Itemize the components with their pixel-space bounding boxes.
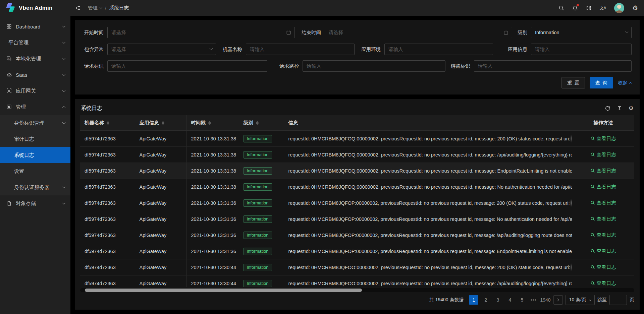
end-time-input[interactable] <box>325 27 512 38</box>
app-root: Vben Admin Dashboard 平台管理 A 本地化管理 Saas 应… <box>0 0 644 314</box>
search-icon <box>590 136 595 141</box>
sort-carets[interactable] <box>107 121 109 125</box>
app-info-input[interactable] <box>531 44 632 55</box>
cell-message: requestId: 0HMCRBM8JQFOQ:00000002, previ… <box>284 179 572 195</box>
level-select[interactable]: Information <box>531 27 632 38</box>
app-logo[interactable]: Vben Admin <box>0 0 70 16</box>
localization-icon: A <box>6 56 12 62</box>
svg-text:A: A <box>8 57 9 60</box>
view-log-link[interactable]: 查看日志 <box>590 200 616 206</box>
sidebar-item-localization-management[interactable]: A 本地化管理 <box>0 51 70 67</box>
column-header-message: 信息 <box>284 115 572 131</box>
search-icon <box>590 216 595 221</box>
page-button-2[interactable]: 2 <box>481 295 490 305</box>
view-log-link[interactable]: 查看日志 <box>590 232 616 238</box>
sort-carets[interactable] <box>162 121 164 125</box>
view-log-link[interactable]: 查看日志 <box>590 216 616 222</box>
view-log-link[interactable]: 查看日志 <box>590 135 616 142</box>
avatar[interactable] <box>614 3 624 13</box>
cell-timestamp: 2021-10-30 13:31:38 <box>186 179 239 195</box>
chevron-right-icon <box>556 299 558 301</box>
sidebar-item-dashboard[interactable]: Dashboard <box>0 18 70 35</box>
view-log-link[interactable]: 查看日志 <box>590 248 616 254</box>
filter-panel: 开始时间 结束时间 <box>75 20 640 95</box>
sidebar-item-settings[interactable]: 设置 <box>0 163 70 179</box>
sidebar-item-audit-log[interactable]: 审计日志 <box>0 131 70 147</box>
page-list: 12345•••1940 <box>469 295 550 305</box>
page-ellipsis[interactable]: ••• <box>529 297 537 303</box>
page-button-1[interactable]: 1 <box>469 295 478 305</box>
chevron-down-icon <box>626 32 628 34</box>
table-wrap: 机器名称应用信息时间戳级别信息操作方法 df5974d72363 ApiGate… <box>80 115 634 287</box>
page-jump-input[interactable] <box>609 295 627 305</box>
machine-name-input[interactable] <box>246 44 355 55</box>
sidebar-item-app-gateway[interactable]: 应用网关 <box>0 83 70 99</box>
cell-app-info: ApiGateWay <box>135 243 186 259</box>
page-button-5[interactable]: 5 <box>517 295 527 305</box>
start-time-input[interactable] <box>107 27 295 38</box>
table-row: df5974d72363 ApiGateWay 2021-10-30 13:31… <box>80 147 634 163</box>
horizontal-scrollbar[interactable] <box>80 288 634 292</box>
cell-timestamp: 2021-10-30 13:31:38 <box>186 163 239 179</box>
sidebar-item-platform-management[interactable]: 平台管理 <box>0 35 70 51</box>
translate-icon[interactable]: 文A <box>599 6 606 10</box>
settings-gear-icon[interactable]: ⚙ <box>632 5 638 11</box>
search-icon <box>590 168 595 173</box>
view-log-link[interactable]: 查看日志 <box>590 151 616 158</box>
cell-actions: 查看日志 <box>572 275 634 288</box>
next-page-button[interactable] <box>553 295 563 305</box>
sidebar-item-management[interactable]: 管理 <box>0 99 70 115</box>
collapse-link[interactable]: 收起 <box>618 80 632 86</box>
include-exception-select[interactable] <box>107 44 216 55</box>
sidebar-item-identity-management[interactable]: 身份标识管理 <box>0 115 70 131</box>
view-log-link[interactable]: 查看日志 <box>590 168 616 174</box>
cell-machine-name: df5974d72363 <box>80 163 135 179</box>
page-size-select[interactable]: 10 条/页 <box>566 295 595 305</box>
reset-button[interactable]: 重置 <box>561 77 585 88</box>
view-log-link[interactable]: 查看日志 <box>590 184 616 190</box>
refresh-icon[interactable] <box>605 106 610 111</box>
column-header-level[interactable]: 级别 <box>239 115 284 131</box>
column-header-timestamp[interactable]: 时间戳 <box>186 115 239 131</box>
management-icon <box>6 104 12 110</box>
sidebar-item-system-log[interactable]: 系统日志 <box>0 147 70 163</box>
column-header-app_info[interactable]: 应用信息 <box>135 115 186 131</box>
field-start-time: 开始时间 <box>83 27 295 38</box>
breadcrumb-page: 系统日志 <box>109 5 129 11</box>
table-row: df5974d72363 ApiGateWay 2021-10-30 13:31… <box>80 195 634 211</box>
cell-level: Information <box>239 259 284 275</box>
sort-carets[interactable] <box>208 121 211 125</box>
query-button[interactable]: 查询 <box>590 77 613 88</box>
app-env-input[interactable] <box>384 44 493 55</box>
chevron-down-icon <box>210 48 212 51</box>
menu-fold-icon[interactable] <box>75 5 81 11</box>
view-log-link[interactable]: 查看日志 <box>590 280 616 287</box>
search-icon[interactable] <box>558 5 564 11</box>
fullscreen-icon[interactable] <box>586 5 591 11</box>
calendar-icon <box>286 30 291 35</box>
breadcrumb-section[interactable]: 管理 <box>88 5 102 11</box>
column-header-machine[interactable]: 机器名称 <box>80 115 135 131</box>
request-id-input[interactable] <box>107 60 267 72</box>
cell-machine-name: df5974d72363 <box>80 131 135 147</box>
column-height-icon[interactable] <box>617 106 622 111</box>
trace-id-input[interactable] <box>474 60 632 72</box>
sidebar-item-object-storage[interactable]: 对象存储 <box>0 195 70 211</box>
page-button-4[interactable]: 4 <box>505 295 515 305</box>
chevron-down-icon <box>100 6 102 9</box>
view-log-link[interactable]: 查看日志 <box>590 264 616 270</box>
page-button-3[interactable]: 3 <box>493 295 502 305</box>
settings-gear-icon[interactable]: ⚙ <box>629 106 634 111</box>
sidebar-item-saas[interactable]: Saas <box>0 67 70 83</box>
sort-carets[interactable] <box>256 121 259 125</box>
sidebar-item-auth-server[interactable]: 身份认证服务器 <box>0 179 70 195</box>
notification-bell-icon[interactable] <box>572 5 578 11</box>
request-path-input[interactable] <box>303 60 445 72</box>
chevron-up-icon <box>629 82 632 85</box>
cell-timestamp: 2021-10-30 13:31:36 <box>186 195 239 211</box>
page-button-1940[interactable]: 1940 <box>540 295 550 305</box>
column-header-actions: 操作方法 <box>572 115 634 131</box>
horizontal-scrollbar-thumb[interactable] <box>85 289 362 292</box>
cell-app-info: ApiGateWay <box>135 131 186 147</box>
table-row: df5974d72363 ApiGateWay 2021-10-30 13:31… <box>80 243 634 259</box>
